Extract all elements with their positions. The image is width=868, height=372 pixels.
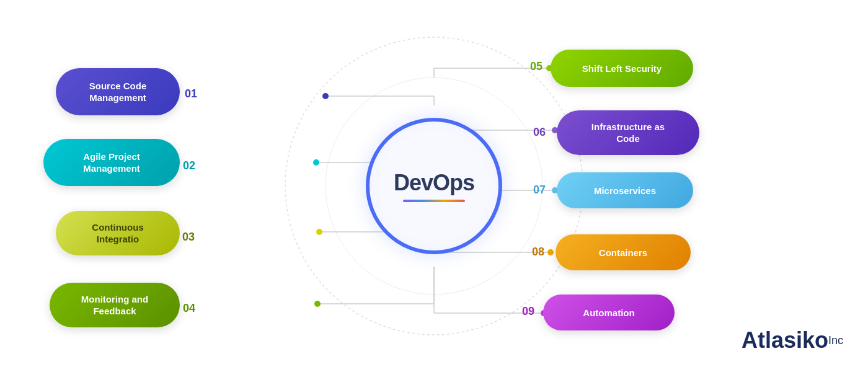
pill-01-label: Source CodeManagement <box>89 80 147 104</box>
num-02: 02 <box>183 159 195 172</box>
brand-suffix: Inc <box>828 334 843 347</box>
num-09: 09 <box>522 305 534 318</box>
svg-point-16 <box>313 159 319 166</box>
pill-02: Agile ProjectManagement <box>43 139 180 186</box>
svg-point-15 <box>322 93 329 99</box>
pill-05-label: Shift Left Security <box>582 63 662 74</box>
devops-title: DevOps <box>394 170 474 196</box>
pill-07-label: Microservices <box>594 185 656 196</box>
num-05: 05 <box>530 60 542 73</box>
pill-06-label: Infrastructure asCode <box>591 121 665 145</box>
svg-point-22 <box>547 249 554 255</box>
brand: AtlasikoInc <box>742 327 843 353</box>
num-03: 03 <box>182 231 195 244</box>
pill-05: Shift Left Security <box>551 50 693 87</box>
num-04: 04 <box>183 302 195 315</box>
svg-point-18 <box>314 301 321 307</box>
center-circle: DevOps <box>366 118 502 254</box>
pill-08-label: Containers <box>599 247 647 258</box>
pill-09: Automation <box>543 294 675 330</box>
pill-07: Microservices <box>557 172 693 208</box>
num-06: 06 <box>533 126 546 139</box>
brand-name: Atlasiko <box>742 327 828 353</box>
pill-03: ContinuousIntegratio <box>56 211 180 255</box>
pill-04: Monitoring andFeedback <box>50 283 180 327</box>
pill-06: Infrastructure asCode <box>557 110 699 155</box>
pill-03-label: ContinuousIntegratio <box>92 221 143 246</box>
svg-point-17 <box>316 229 322 235</box>
pill-01: Source CodeManagement <box>56 68 180 115</box>
pill-04-label: Monitoring andFeedback <box>81 293 148 317</box>
pill-02-label: Agile ProjectManagement <box>83 151 140 175</box>
num-01: 01 <box>185 87 197 100</box>
devops-diagram: DevOps Source CodeManagement 01 Agile Pr… <box>0 0 868 372</box>
num-07: 07 <box>533 184 546 197</box>
center-underline <box>403 200 465 202</box>
pill-09-label: Automation <box>583 308 634 318</box>
num-08: 08 <box>532 246 544 259</box>
pill-08: Containers <box>556 234 691 270</box>
